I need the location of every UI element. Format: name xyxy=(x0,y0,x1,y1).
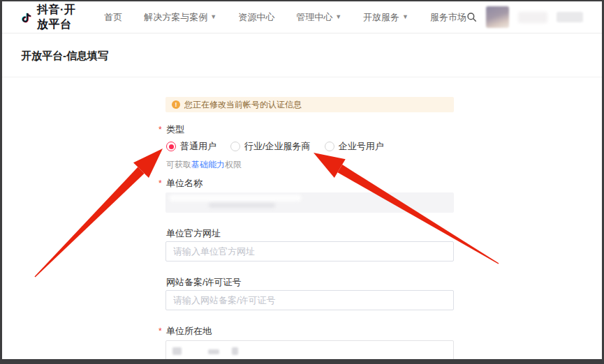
page-title: 开放平台-信息填写 xyxy=(21,50,108,63)
main-nav: 首页 解决方案与案例▼ 资源中心 管理中心▼ 开放服务▼ 服务市场 xyxy=(104,11,466,24)
browser-page: 抖音·开放平台 首页 解决方案与案例▼ 资源中心 管理中心▼ 开放服务▼ 服务市… xyxy=(2,1,602,359)
unit-website-input[interactable] xyxy=(165,241,454,261)
radio-circle-icon xyxy=(230,142,240,151)
unit-website-label: 单位官方网址 xyxy=(166,227,221,240)
redacted-value-blur xyxy=(232,347,238,355)
site-license-input[interactable] xyxy=(165,290,454,310)
radio-industry-service-provider[interactable]: 行业/企业服务商 xyxy=(230,140,311,153)
title-divider xyxy=(2,77,602,77)
edit-warning-banner: ! 您正在修改当前帐号的认证信息 xyxy=(165,97,454,112)
nav-item-open-services[interactable]: 开放服务▼ xyxy=(363,11,408,24)
capability-hint: 可获取基础能力权限 xyxy=(166,159,242,171)
site-license-label: 网站备案/许可证号 xyxy=(166,276,242,289)
unit-name-label: 单位名称 xyxy=(166,177,202,190)
redacted-value-blur xyxy=(172,347,182,355)
brand-logo-group[interactable]: 抖音·开放平台 xyxy=(21,3,82,32)
brand-name: 抖音·开放平台 xyxy=(37,3,82,32)
search-icon[interactable] xyxy=(466,12,477,22)
chevron-down-icon: ▼ xyxy=(210,14,216,20)
warning-circle-icon: ! xyxy=(172,100,180,109)
unit-name-input-redacted[interactable] xyxy=(165,192,454,213)
unit-location-label: 单位所在地 xyxy=(166,325,212,338)
type-radio-group: 普通用户 行业/企业服务商 企业号用户 xyxy=(166,140,384,153)
radio-circle-icon xyxy=(166,142,176,151)
radio-normal-user[interactable]: 普通用户 xyxy=(166,140,216,153)
basic-capability-link[interactable]: 基础能力 xyxy=(191,160,225,169)
radio-enterprise-account-user[interactable]: 企业号用户 xyxy=(325,140,384,153)
chevron-down-icon: ▼ xyxy=(402,14,408,20)
redacted-value-blur xyxy=(208,349,219,354)
redacted-value-blur xyxy=(169,195,302,202)
radio-circle-icon xyxy=(325,142,334,151)
top-navbar: 抖音·开放平台 首页 解决方案与案例▼ 资源中心 管理中心▼ 开放服务▼ 服务市… xyxy=(2,1,602,33)
douyin-note-icon xyxy=(21,8,32,26)
unit-location-input-redacted[interactable] xyxy=(165,340,454,359)
redacted-username-blur xyxy=(518,12,547,23)
redacted-header-blur xyxy=(557,12,583,22)
redacted-value-blur xyxy=(209,203,275,208)
nav-item-solutions[interactable]: 解决方案与案例▼ xyxy=(144,11,216,24)
type-field-label: 类型 xyxy=(166,123,184,136)
nav-item-console[interactable]: 管理中心▼ xyxy=(296,11,341,24)
warning-text: 您正在修改当前帐号的认证信息 xyxy=(184,99,302,111)
nav-item-service-market[interactable]: 服务市场 xyxy=(430,11,466,24)
chevron-down-icon: ▼ xyxy=(335,14,341,20)
nav-item-resources[interactable]: 资源中心 xyxy=(238,11,274,24)
header-right-group xyxy=(466,6,583,28)
nav-item-home[interactable]: 首页 xyxy=(104,11,122,24)
avatar[interactable] xyxy=(486,6,509,28)
